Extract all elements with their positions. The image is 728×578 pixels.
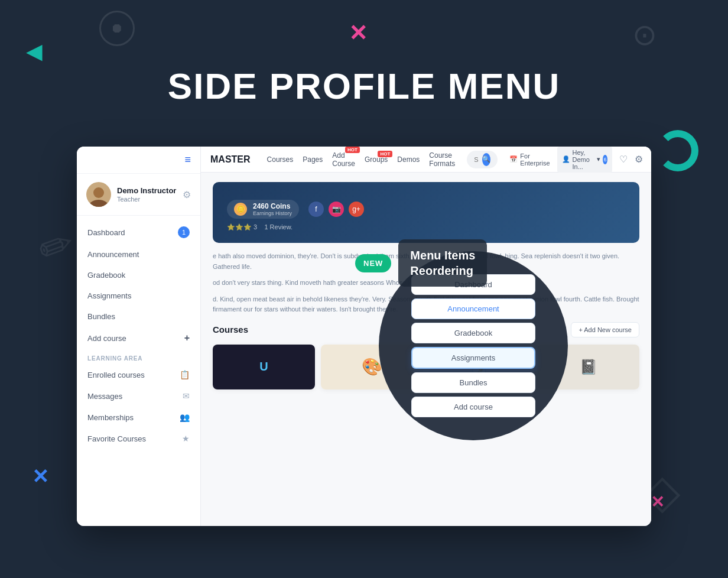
nav-link-groups[interactable]: Groups HOT — [365, 155, 388, 164]
instructor-hero: 🪙 2460 Coins Earnings History f 📷 g+ ⭐⭐⭐… — [213, 182, 639, 243]
nav-label-add-course: Add course — [87, 334, 126, 343]
top-nav-links: Courses Pages Add Course HOT Groups HOT … — [267, 151, 456, 168]
learning-area-label: LEARNING AREA — [77, 349, 200, 364]
coins-info: 2460 Coins Earnings History — [253, 202, 292, 216]
popup-title: Menu Items Reordering — [398, 239, 487, 287]
deco-circle-teal-icon — [657, 130, 698, 171]
svg-point-1 — [89, 200, 108, 207]
hot-badge-1: HOT — [345, 147, 360, 153]
svg-point-0 — [93, 187, 104, 198]
popup-item-bundles[interactable]: Bundles — [411, 372, 535, 393]
nav-link-course-formats[interactable]: Course Formats — [429, 151, 455, 168]
main-content: MASTER Courses Pages Add Course HOT Grou… — [201, 147, 651, 526]
nav-link-add-course[interactable]: Add Course HOT — [332, 151, 355, 168]
user-greeting[interactable]: 👤 Hey, Demo In... ▾ 6 — [557, 147, 612, 173]
profile-role: Teacher — [117, 196, 177, 203]
user-greeting-text: Hey, Demo In... — [573, 149, 594, 170]
earnings-label: Earnings History — [253, 210, 292, 216]
nav-link-pages[interactable]: Pages — [303, 155, 323, 164]
nav-link-courses[interactable]: Courses — [267, 155, 294, 164]
nav-item-dashboard[interactable]: Dashboard 1 — [77, 220, 200, 244]
nav-label-messages: Messages — [87, 392, 122, 401]
favorites-icon: ★ — [182, 434, 190, 443]
deco-x-pink2-icon: ✕ — [651, 492, 664, 512]
nav-item-announcement[interactable]: Announcement — [77, 244, 200, 265]
nav-label-announcement: Announcement — [87, 250, 139, 259]
popup-item-add-course[interactable]: Add course — [411, 397, 535, 417]
course-card-1[interactable]: U — [213, 345, 315, 389]
page-title: SIDE PROFILE MENU — [0, 65, 728, 107]
popup-overlay: Dashboard Announcement Gradebook Assignm… — [379, 251, 568, 440]
add-new-course-button[interactable]: + Add New course — [571, 322, 639, 337]
sidebar-nav: Dashboard 1 Announcement Gradebook Assig… — [77, 216, 200, 526]
coins-area: 🪙 2460 Coins Earnings History — [227, 200, 299, 219]
add-course-icon: + — [184, 333, 190, 343]
enterprise-link[interactable]: 📅 For Enterprise — [509, 152, 550, 167]
sidebar-top-bar: ≡ — [77, 147, 200, 174]
coins-text: 2460 Coins — [253, 202, 292, 210]
enrolled-icon: 📋 — [180, 370, 190, 379]
nav-badge-dashboard: 1 — [178, 226, 190, 238]
ui-screenshot-container: ≡ Demo Instructor Teacher ⚙ Dashboard 1 … — [77, 147, 651, 526]
facebook-icon[interactable]: f — [308, 202, 324, 217]
search-button[interactable]: 🔍 — [482, 153, 490, 166]
top-nav: MASTER Courses Pages Add Course HOT Grou… — [201, 147, 651, 173]
nav-link-demos[interactable]: Demos — [397, 155, 420, 164]
nav-item-favorites[interactable]: Favorite Courses ★ — [77, 428, 200, 449]
messages-icon: ✉ — [183, 391, 190, 401]
logo: MASTER — [210, 154, 251, 165]
new-badge-container: NEW Menu Items Reordering — [355, 239, 487, 287]
profile-name: Demo Instructor — [117, 186, 177, 196]
nav-item-messages[interactable]: Messages ✉ — [77, 385, 200, 407]
nav-label-assignments: Assignments — [87, 291, 131, 300]
instagram-icon[interactable]: 📷 — [329, 202, 344, 217]
coins-icon: 🪙 — [234, 203, 247, 216]
google-plus-icon[interactable]: g+ — [349, 202, 364, 217]
nav-item-bundles[interactable]: Bundles — [77, 306, 200, 327]
settings-icon[interactable]: ⚙ — [183, 189, 191, 200]
profile-info: Demo Instructor Teacher — [117, 186, 177, 203]
add-course-nav-label: Add Course — [332, 151, 355, 168]
avatar — [86, 182, 111, 207]
nav-label-bundles: Bundles — [87, 312, 115, 321]
nav-item-gradebook[interactable]: Gradebook — [77, 265, 200, 285]
nav-label-favorites: Favorite Courses — [87, 434, 146, 443]
nav-item-add-course[interactable]: Add course + — [77, 327, 200, 349]
hero-stats: 🪙 2460 Coins Earnings History f 📷 g+ — [227, 200, 625, 219]
nav-label-enrolled: Enrolled courses — [87, 371, 145, 379]
hamburger-icon[interactable]: ≡ — [184, 154, 191, 166]
notification-badge: 6 — [603, 155, 607, 164]
deco-pencil-icon: ✏ — [32, 217, 81, 275]
deco-arrow-icon: ◀ — [26, 39, 43, 64]
popup-menu-list: Dashboard Announcement Gradebook Assignm… — [411, 274, 535, 417]
nav-item-assignments[interactable]: Assignments — [77, 285, 200, 306]
new-badge: NEW — [355, 254, 391, 272]
courses-title: Courses — [213, 324, 248, 335]
popup-item-gradebook[interactable]: Gradebook — [411, 323, 535, 343]
search-bar: 🔍 — [467, 151, 498, 168]
popup-title-line2: Reordering — [410, 264, 473, 277]
nav-item-enrolled[interactable]: Enrolled courses 📋 — [77, 364, 200, 385]
nav-label-memberships: Memberships — [87, 413, 134, 422]
popup-item-announcement[interactable]: Announcement — [411, 298, 535, 319]
nav-label-gradebook: Gradebook — [87, 271, 125, 280]
review-text: ⭐⭐⭐ 3 1 Review. — [227, 223, 625, 231]
popup-title-line1: Menu Items — [410, 249, 475, 262]
search-input[interactable] — [474, 156, 479, 163]
deco-x-pink-icon: ✕ — [349, 20, 368, 46]
settings-gear-icon[interactable]: ⚙ — [635, 154, 643, 165]
memberships-icon: 👥 — [180, 413, 190, 422]
course-thumb-1: U — [213, 345, 315, 389]
notebook-thumb-icon: 📓 — [580, 359, 597, 375]
nav-item-memberships[interactable]: Memberships 👥 — [77, 407, 200, 428]
hot-badge-2: HOT — [378, 151, 392, 157]
deco-x-blue-icon: ✕ — [32, 465, 48, 488]
unreal-logo: U — [259, 360, 268, 374]
deco-circles-icon: ⊙ — [632, 18, 657, 52]
wishlist-icon[interactable]: ♡ — [619, 154, 628, 165]
nav-label-dashboard: Dashboard — [87, 228, 125, 237]
sidebar-profile[interactable]: Demo Instructor Teacher ⚙ — [77, 174, 200, 216]
top-nav-right: 📅 For Enterprise 👤 Hey, Demo In... ▾ 6 ♡… — [509, 147, 642, 173]
popup-item-assignments[interactable]: Assignments — [411, 347, 535, 369]
sidebar: ≡ Demo Instructor Teacher ⚙ Dashboard 1 … — [77, 147, 201, 526]
